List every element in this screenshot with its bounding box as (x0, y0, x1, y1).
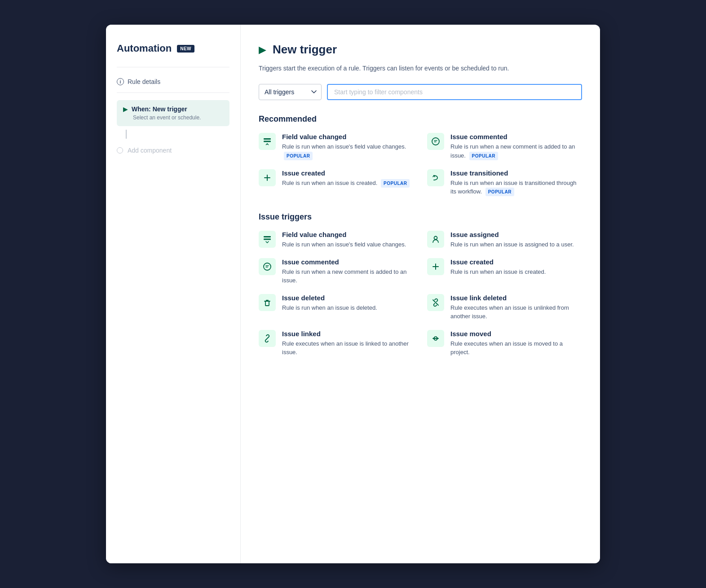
new-badge: NEW (177, 45, 194, 53)
field-value-icon (259, 133, 276, 150)
issue-assigned-title: Issue assigned (450, 231, 574, 238)
issue-commented-desc: Rule is run when a new comment is added … (450, 142, 582, 160)
recommended-section: Recommended Field value changed (259, 114, 582, 196)
popular-badge: POPULAR (284, 152, 313, 160)
issue-deleted-icon (259, 294, 276, 311)
svg-rect-1 (264, 141, 271, 142)
issue-assigned-body: Issue assigned Rule is run when an issue… (450, 231, 574, 249)
field-value-title: Field value changed (282, 133, 414, 140)
filter-input[interactable] (327, 84, 582, 100)
trigger-play-icon: ▶ (259, 44, 266, 56)
issue-link-deleted-title: Issue link deleted (450, 294, 582, 302)
issue-created-desc-2: Rule is run when an issue is created. (450, 268, 546, 276)
issue-linked-desc: Rule executes when an issue is linked to… (282, 339, 414, 357)
trigger-sub: Select an event or schedule. (123, 114, 223, 121)
popular-badge-3: POPULAR (381, 179, 410, 188)
issue-moved-desc: Rule executes when an issue is moved to … (450, 339, 582, 357)
svg-point-2 (432, 138, 439, 145)
sidebar-title: Automation (117, 43, 172, 54)
trigger-card-issue-commented[interactable]: Issue commented Rule is run when a new c… (259, 258, 414, 285)
trigger-name: When: New trigger (132, 105, 187, 113)
trigger-card-issue-link-deleted[interactable]: Issue link deleted Rule executes when an… (427, 294, 582, 321)
trigger-card-issue-assigned[interactable]: Issue assigned Rule is run when an issue… (427, 231, 582, 249)
sidebar-header: Automation NEW (117, 43, 229, 54)
issue-commented-title-2: Issue commented (282, 258, 414, 266)
issue-commented-title: Issue commented (450, 133, 582, 140)
issue-commented-icon (427, 133, 444, 150)
info-icon: i (117, 78, 124, 85)
trigger-card-issue-created[interactable]: Issue created Rule is run when an issue … (427, 258, 582, 285)
issue-commented-body: Issue commented Rule is run when a new c… (450, 133, 582, 160)
trigger-item-header: ▶ When: New trigger (123, 105, 223, 113)
trigger-type-select[interactable]: All triggers (259, 84, 322, 100)
trigger-card-field-value-recommended[interactable]: Field value changed Rule is run when an … (259, 133, 414, 160)
issue-assigned-icon (427, 231, 444, 248)
svg-point-8 (264, 263, 271, 270)
issue-created-icon-2 (427, 258, 444, 275)
issue-created-icon (259, 169, 276, 186)
issue-triggers-grid: Field value changed Rule is run when an … (259, 231, 582, 357)
add-component[interactable]: Add component (117, 142, 229, 158)
page-header: ▶ New trigger (259, 43, 582, 57)
issue-moved-icon (427, 330, 444, 347)
field-value-body-2: Field value changed Rule is run when an … (282, 231, 406, 249)
issue-deleted-title: Issue deleted (282, 294, 377, 302)
trigger-connector (126, 130, 127, 139)
svg-rect-11 (265, 301, 269, 306)
issue-triggers-title: Issue triggers (259, 212, 582, 222)
field-value-icon-2 (259, 231, 276, 248)
field-value-desc: Rule is run when an issue's field value … (282, 142, 414, 160)
issue-commented-desc-2: Rule is run when a new comment is added … (282, 268, 414, 285)
issue-link-deleted-icon (427, 294, 444, 311)
trigger-card-field-value[interactable]: Field value changed Rule is run when an … (259, 231, 414, 249)
svg-rect-5 (264, 236, 271, 237)
issue-transitioned-body: Issue transitioned Rule is run when an i… (450, 169, 582, 197)
issue-link-deleted-body: Issue link deleted Rule executes when an… (450, 294, 582, 321)
issue-commented-icon-2 (259, 258, 276, 275)
issue-linked-body: Issue linked Rule executes when an issue… (282, 330, 414, 357)
popular-badge-4: POPULAR (485, 188, 514, 196)
trigger-card-issue-deleted[interactable]: Issue deleted Rule is run when an issue … (259, 294, 414, 321)
issue-transitioned-desc: Rule is run when an issue is transitione… (450, 179, 582, 197)
field-value-body: Field value changed Rule is run when an … (282, 133, 414, 160)
trigger-card-issue-commented-recommended[interactable]: Issue commented Rule is run when a new c… (427, 133, 582, 160)
play-icon: ▶ (123, 105, 128, 113)
recommended-grid: Field value changed Rule is run when an … (259, 133, 582, 196)
rule-details-divider (117, 92, 229, 93)
page-title: New trigger (273, 43, 337, 57)
svg-rect-0 (264, 138, 271, 140)
issue-deleted-desc: Rule is run when an issue is deleted. (282, 303, 377, 312)
recommended-title: Recommended (259, 114, 582, 124)
field-value-desc-2: Rule is run when an issue's field value … (282, 240, 406, 249)
rule-details-item[interactable]: i Rule details (117, 75, 229, 89)
issue-moved-title: Issue moved (450, 330, 582, 338)
field-value-title-2: Field value changed (282, 231, 406, 238)
popular-badge-2: POPULAR (469, 152, 498, 160)
issue-linked-icon (259, 330, 276, 347)
issue-created-title-2: Issue created (450, 258, 546, 266)
issue-created-title: Issue created (282, 169, 410, 177)
sidebar-divider (117, 67, 229, 67)
issue-moved-body: Issue moved Rule executes when an issue … (450, 330, 582, 357)
svg-line-17 (266, 338, 268, 339)
issue-linked-title: Issue linked (282, 330, 414, 338)
trigger-card-issue-moved[interactable]: Issue moved Rule executes when an issue … (427, 330, 582, 357)
issue-triggers-section: Issue triggers Field value changed (259, 212, 582, 357)
issue-commented-body-2: Issue commented Rule is run when a new c… (282, 258, 414, 285)
trigger-item[interactable]: ▶ When: New trigger Select an event or s… (117, 100, 229, 126)
trigger-card-issue-linked[interactable]: Issue linked Rule executes when an issue… (259, 330, 414, 357)
issue-created-body-2: Issue created Rule is run when an issue … (450, 258, 546, 276)
svg-rect-6 (264, 239, 271, 240)
sidebar: Automation NEW i Rule details ▶ When: Ne… (106, 25, 241, 563)
add-component-label: Add component (128, 147, 172, 154)
issue-created-body: Issue created Rule is run when an issue … (282, 169, 410, 188)
add-circle-icon (117, 147, 123, 154)
issue-created-desc: Rule is run when an issue is created. PO… (282, 179, 410, 188)
main-content: ▶ New trigger Triggers start the executi… (241, 25, 600, 563)
issue-deleted-body: Issue deleted Rule is run when an issue … (282, 294, 377, 312)
svg-point-7 (434, 237, 437, 240)
issue-link-deleted-desc: Rule executes when an issue is unlinked … (450, 303, 582, 321)
trigger-card-issue-transitioned-recommended[interactable]: Issue transitioned Rule is run when an i… (427, 169, 582, 197)
trigger-card-issue-created-recommended[interactable]: Issue created Rule is run when an issue … (259, 169, 414, 197)
page-description: Triggers start the execution of a rule. … (259, 64, 582, 73)
